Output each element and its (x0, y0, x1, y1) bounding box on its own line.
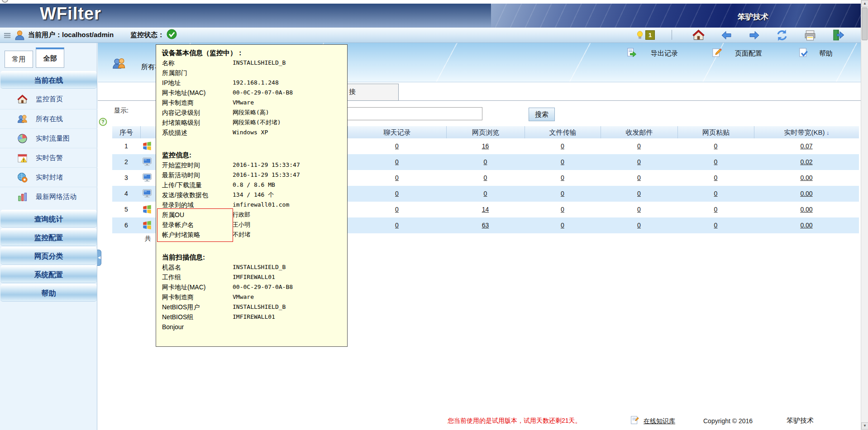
value-link[interactable]: 0 (561, 190, 564, 197)
value-link[interactable]: 16 (482, 142, 489, 150)
back-icon[interactable] (720, 30, 732, 41)
tooltip-value: VMware (233, 98, 254, 108)
knowledge-base-icon[interactable] (630, 416, 639, 425)
value-link[interactable]: 0 (484, 190, 487, 197)
tooltip-value: 134 / 146 个 (233, 190, 274, 200)
value-link[interactable]: 0 (714, 174, 718, 181)
forward-icon[interactable] (749, 30, 760, 41)
value-link[interactable]: 0 (637, 206, 641, 213)
tooltip-row-系统描述: 系统描述Windows XP (162, 128, 347, 137)
sidebar-section-当前在线[interactable]: 当前在线 (0, 71, 97, 89)
value-link[interactable]: 0 (395, 222, 399, 229)
bulb-icon[interactable] (636, 29, 644, 41)
value-link[interactable]: 0 (395, 158, 399, 165)
column-header-文件传输[interactable]: 文件传输 (525, 126, 601, 138)
column-header-序号[interactable]: 序号 (112, 126, 140, 138)
value-link[interactable]: 0.00 (800, 206, 812, 213)
value-link[interactable]: 0 (561, 142, 564, 150)
value-link[interactable]: 14 (482, 206, 489, 213)
tooltip-row-网卡地址(MAC): 网卡地址(MAC)00-0C-29-07-0A-B8 (162, 282, 347, 292)
column-header-聊天记录[interactable]: 聊天记录 (348, 126, 446, 138)
tooltip-section-title: 设备基本信息（监控中）： (162, 48, 347, 58)
value-link[interactable]: 0 (637, 142, 641, 150)
sidebar-tab-all[interactable]: 全部 (36, 47, 64, 68)
knowledge-base-link[interactable]: 在线知识库 (644, 417, 675, 425)
menu-icon[interactable] (4, 31, 13, 40)
alert-count-badge[interactable]: 1 (645, 30, 655, 40)
value-link[interactable]: 0 (714, 206, 718, 213)
sidebar-section-帮助[interactable]: 帮助 (0, 284, 97, 302)
refresh-icon[interactable] (776, 29, 788, 42)
column-header-收发邮件[interactable]: 收发邮件 (601, 126, 677, 138)
logout-icon[interactable] (832, 29, 844, 41)
help-icon[interactable] (798, 47, 809, 58)
sidebar-section-网页分类[interactable]: 网页分类 (0, 247, 97, 265)
display-help-icon[interactable]: ? (99, 118, 107, 126)
sidebar-item-监控首页[interactable]: 监控首页 (0, 90, 97, 109)
sidebar-section-查询统计[interactable]: 查询统计 (0, 210, 97, 227)
value-link[interactable]: 0 (561, 206, 564, 213)
value-link[interactable]: 0 (714, 222, 718, 229)
sidebar-section-监控配置[interactable]: 监控配置 (0, 228, 97, 246)
page-config-button[interactable]: 页面配置 (735, 49, 762, 58)
value-link[interactable]: 0 (714, 190, 718, 197)
value-link[interactable]: 0 (561, 222, 564, 229)
column-header-网页粘贴[interactable]: 网页粘贴 (677, 126, 754, 138)
sidebar-tab-common[interactable]: 常用 (5, 51, 33, 68)
tooltip-value: 2016-11-29 15:33:47 (233, 170, 300, 180)
value-link[interactable]: 0 (484, 174, 487, 181)
sidebar-item-实时告警[interactable]: 实时告警 (0, 148, 97, 167)
sidebar-item-实时封堵[interactable]: 实时封堵 (0, 167, 97, 187)
value-link[interactable]: 0 (637, 174, 641, 181)
export-records-button[interactable]: 导出记录 (651, 49, 678, 58)
monitor-icon (142, 157, 152, 167)
value-link[interactable]: 0 (395, 190, 399, 197)
help-button[interactable]: 帮助 (819, 49, 833, 58)
value-cell: 63 (446, 217, 525, 233)
value-cell: 0.02 (754, 154, 859, 170)
banner-brand-text: 笨驴技术 (738, 12, 768, 22)
tooltip-label: 网卡地址(MAC) (162, 282, 233, 292)
sidebar-item-所有在线[interactable]: 所有在线 (0, 109, 97, 128)
value-link[interactable]: 63 (482, 222, 489, 229)
sidebar-item-label: 实时封堵 (36, 173, 63, 182)
value-link[interactable]: 0.00 (800, 174, 812, 181)
vertical-scrollbar[interactable]: ▲ ▼ (861, 0, 868, 430)
value-cell: 0 (525, 186, 601, 202)
tooltip-label: 系统描述 (162, 128, 233, 137)
scroll-up-icon[interactable]: ▲ (861, 0, 868, 7)
column-header-实时带宽(KB)[interactable]: 实时带宽(KB) ↓ (754, 126, 859, 138)
value-link[interactable]: 0.07 (800, 142, 812, 150)
value-link[interactable]: 0.00 (800, 222, 812, 229)
scroll-down-icon[interactable]: ▼ (861, 422, 868, 430)
search-button[interactable]: 搜索 (529, 108, 555, 121)
value-link[interactable]: 0 (714, 142, 718, 150)
tooltip-label: 上传/下载流量 (162, 180, 233, 190)
sidebar-section-系统配置[interactable]: 系统配置 (0, 265, 97, 283)
home-icon[interactable] (692, 29, 705, 41)
value-link[interactable]: 0 (484, 158, 487, 165)
value-link[interactable]: 0 (395, 174, 399, 181)
value-link[interactable]: 0 (637, 190, 641, 197)
row-number: 6 (112, 217, 140, 233)
value-link[interactable]: 0 (637, 222, 641, 229)
value-link[interactable]: 0 (561, 174, 564, 181)
print-icon[interactable] (804, 29, 816, 41)
sidebar-collapse-handle[interactable]: ◀ (97, 250, 101, 266)
value-cell: 0.00 (754, 202, 859, 217)
value-link[interactable]: 0.00 (800, 190, 812, 197)
scrollbar-thumb[interactable] (862, 8, 868, 40)
export-records-icon[interactable] (626, 47, 637, 58)
sidebar-item-最新网络活动[interactable]: 最新网络活动 (0, 187, 97, 206)
sidebar-item-label: 实时流量图 (36, 134, 70, 143)
value-link[interactable]: 0 (637, 158, 641, 165)
value-link[interactable]: 0 (561, 158, 564, 165)
value-link[interactable]: 0.02 (800, 158, 812, 165)
column-header-网页浏览[interactable]: 网页浏览 (446, 126, 525, 138)
tooltip-value: 192.168.1.248 (233, 78, 279, 88)
value-link[interactable]: 0 (395, 206, 399, 213)
value-link[interactable]: 0 (395, 142, 399, 150)
sidebar-item-实时流量图[interactable]: 实时流量图 (0, 128, 97, 148)
value-link[interactable]: 0 (714, 158, 718, 165)
page-config-icon[interactable] (711, 47, 722, 58)
